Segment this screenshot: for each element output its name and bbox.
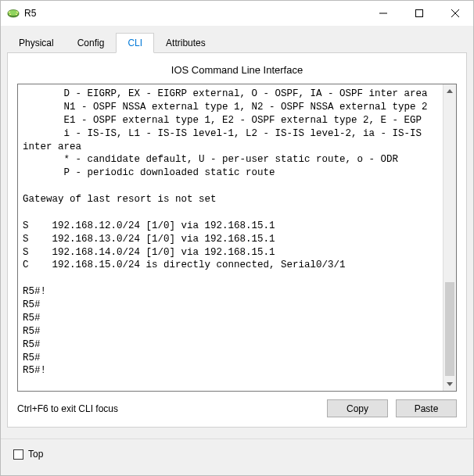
content-area: Physical Config CLI Attributes IOS Comma…	[1, 26, 473, 475]
terminal-wrap: D - EIGRP, EX - EIGRP external, O - OSPF…	[17, 84, 457, 392]
scroll-thumb[interactable]	[445, 282, 454, 376]
titlebar[interactable]: R5	[1, 1, 473, 26]
copy-button[interactable]: Copy	[327, 399, 388, 417]
scroll-up-button[interactable]	[443, 84, 456, 98]
cli-heading: IOS Command Line Interface	[17, 64, 457, 76]
scroll-down-button[interactable]	[443, 378, 456, 391]
footer: Top	[7, 439, 467, 469]
top-checkbox-wrap[interactable]: Top	[13, 449, 43, 460]
paste-button[interactable]: Paste	[396, 399, 457, 417]
svg-rect-3	[416, 10, 423, 17]
tab-row: Physical Config CLI Attributes	[7, 32, 467, 52]
tab-body: IOS Command Line Interface D - EIGRP, EX…	[7, 52, 467, 428]
bottom-row: Ctrl+F6 to exit CLI focus Copy Paste	[17, 399, 457, 417]
scrollbar[interactable]	[443, 84, 456, 391]
maximize-button[interactable]	[401, 1, 437, 26]
svg-point-1	[8, 10, 19, 16]
app-window: R5 Physical Config CLI Attributes IOS Co…	[0, 0, 474, 476]
tab-config[interactable]: Config	[66, 33, 117, 52]
tab-cli[interactable]: CLI	[116, 33, 154, 53]
scroll-track[interactable]	[443, 98, 456, 378]
tab-physical[interactable]: Physical	[7, 33, 66, 52]
top-checkbox[interactable]	[13, 449, 23, 460]
router-icon	[7, 7, 20, 20]
close-button[interactable]	[437, 1, 473, 26]
minimize-button[interactable]	[365, 1, 401, 26]
focus-hint: Ctrl+F6 to exit CLI focus	[17, 403, 319, 414]
cli-terminal[interactable]: D - EIGRP, EX - EIGRP external, O - OSPF…	[18, 84, 443, 391]
tab-attributes[interactable]: Attributes	[154, 33, 217, 52]
top-label: Top	[28, 449, 43, 460]
window-title: R5	[24, 8, 36, 19]
